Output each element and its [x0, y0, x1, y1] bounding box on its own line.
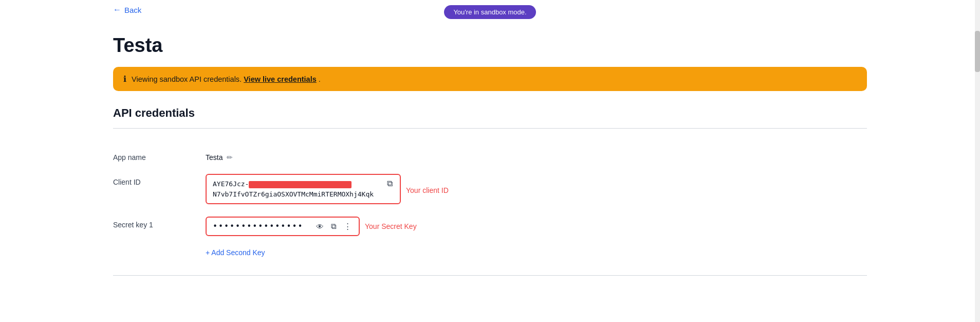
add-second-key-row: + Add Second Key [113, 242, 867, 261]
secret-key-dots: •••••••••••••••• [213, 222, 310, 231]
client-id-value-container: AYE76Jcz- N7vb7IfvOTZr6giaOSXOVTMcMmiRTE… [206, 174, 867, 204]
sandbox-banner: ℹ Viewing sandbox API credentials. View … [113, 67, 867, 91]
client-id-hint: Your client ID [406, 184, 449, 194]
info-icon: ℹ [123, 74, 126, 84]
client-id-row: Client ID AYE76Jcz- N7vb7IfvOTZr6giaOSXO… [113, 168, 867, 210]
edit-app-name-icon[interactable]: ✏ [227, 153, 233, 162]
scrollbar[interactable] [975, 0, 980, 322]
scrollbar-thumb[interactable] [975, 31, 980, 72]
view-live-credentials-link[interactable]: View live credentials [244, 75, 317, 83]
back-label: Back [124, 6, 141, 14]
back-arrow-icon: ← [113, 5, 121, 14]
page-title: Testa [113, 34, 867, 57]
copy-secret-key-button[interactable]: ⧉ [330, 222, 338, 231]
add-second-key-button[interactable]: + Add Second Key [206, 244, 265, 261]
client-id-inner: AYE76Jcz- N7vb7IfvOTZr6giaOSXOVTMcMmiRTE… [213, 179, 394, 199]
client-id-text: AYE76Jcz- N7vb7IfvOTZr6giaOSXOVTMcMmiRTE… [213, 179, 382, 199]
client-id-prefix: AYE76Jcz- [213, 180, 249, 188]
app-name-row: App name Testa ✏ [113, 143, 867, 168]
client-id-suffix: N7vb7IfvOTZr6giaOSXOVTMcMmiRTERMOXhj4Kqk [213, 190, 374, 198]
client-id-box: AYE76Jcz- N7vb7IfvOTZr6giaOSXOVTMcMmiRTE… [206, 174, 401, 204]
secret-key-box: •••••••••••••••• 👁 ⧉ ⋮ [206, 217, 360, 236]
credentials-table: App name Testa ✏ Client ID AYE76Jcz- N7v… [113, 143, 867, 242]
client-id-label: Client ID [113, 174, 195, 186]
sandbox-mode-badge: You're in sandbox mode. [444, 5, 535, 19]
secret-key-row: Secret key 1 •••••••••••••••• 👁 ⧉ ⋮ Your… [113, 210, 867, 242]
secret-key-label: Secret key 1 [113, 217, 195, 229]
banner-static-text: Viewing sandbox API credentials. [132, 75, 242, 83]
secret-key-hint: Your Secret Key [365, 222, 417, 230]
top-divider [113, 128, 867, 129]
main-content: Testa ℹ Viewing sandbox API credentials.… [0, 19, 980, 296]
reveal-secret-key-button[interactable]: 👁 [315, 222, 325, 231]
banner-text: Viewing sandbox API credentials. View li… [132, 75, 321, 83]
app-name-text: Testa [206, 153, 223, 162]
app-name-label: App name [113, 149, 195, 162]
bottom-divider [113, 275, 867, 276]
back-link[interactable]: ← Back [113, 5, 141, 14]
top-bar: ← Back You're in sandbox mode. [0, 0, 980, 19]
client-id-redacted [249, 181, 352, 188]
copy-client-id-button[interactable]: ⧉ [386, 179, 394, 188]
app-name-value-container: Testa ✏ [206, 149, 867, 162]
banner-suffix: . [319, 75, 321, 83]
app-name-display: Testa ✏ [206, 149, 233, 162]
more-secret-key-button[interactable]: ⋮ [343, 222, 353, 231]
secret-key-value-container: •••••••••••••••• 👁 ⧉ ⋮ Your Secret Key [206, 217, 867, 236]
section-title: API credentials [113, 106, 867, 120]
sandbox-badge-text: You're in sandbox mode. [453, 8, 526, 16]
